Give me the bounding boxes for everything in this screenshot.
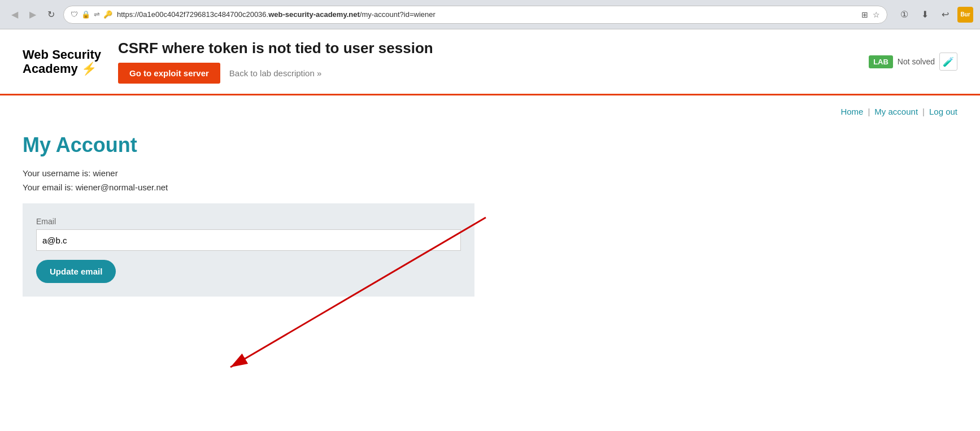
- qr-icon: ⊞: [861, 10, 868, 19]
- email-label: Email: [36, 217, 461, 226]
- address-security-icons: 🛡 🔒 ⇌ 🔑: [71, 10, 112, 19]
- key-icon: 🔑: [103, 10, 112, 19]
- number-icon[interactable]: ①: [896, 7, 912, 23]
- update-email-button[interactable]: Update email: [36, 260, 116, 283]
- email-display: Your email is: wiener@normal-user.net: [23, 182, 486, 192]
- my-account-link[interactable]: My account: [874, 107, 918, 116]
- log-out-link[interactable]: Log out: [929, 107, 957, 116]
- exploit-server-button[interactable]: Go to exploit server: [118, 63, 220, 84]
- main-content: My Account Your username is: wiener Your…: [23, 133, 486, 297]
- url-path: /my-account?id=wiener: [360, 10, 435, 19]
- star-icon: ☆: [873, 10, 880, 19]
- back-button[interactable]: ◀: [7, 7, 23, 23]
- back2-icon[interactable]: ↩: [937, 7, 953, 23]
- lab-not-solved: Not solved: [898, 57, 935, 66]
- url-prefix: https://0a1e00c4042f7296813c484700c20036…: [117, 10, 268, 19]
- lab-header: Web Security Academy ⚡ CSRF where token …: [0, 29, 980, 95]
- email-form-container: Email Update email: [23, 203, 474, 297]
- logo-text: Web Security Academy ⚡: [23, 47, 101, 76]
- lab-title: CSRF where token is not tied to user ses…: [118, 40, 852, 57]
- logo-area: Web Security Academy ⚡: [23, 47, 101, 76]
- flask-icon[interactable]: 🧪: [939, 53, 957, 71]
- address-right-icons: ⊞ ☆: [861, 10, 880, 19]
- url-display: https://0a1e00c4042f7296813c484700c20036…: [117, 10, 857, 19]
- browser-chrome: ◀ ▶ ↻ 🛡 🔒 ⇌ 🔑 https://0a1e00c4042f729681…: [0, 0, 980, 29]
- shield-icon: 🛡: [71, 10, 78, 19]
- lab-actions: Go to exploit server Back to lab descrip…: [118, 63, 852, 84]
- browser-extension-icons: ① ⬇ ↩ Bur: [896, 7, 973, 23]
- email-input[interactable]: [36, 229, 461, 251]
- page-content: Home | My account | Log out My Account Y…: [0, 95, 980, 308]
- extension-icon[interactable]: ⬇: [917, 7, 933, 23]
- lab-badge: LAB: [869, 55, 893, 68]
- address-bar[interactable]: 🛡 🔒 ⇌ 🔑 https://0a1e00c4042f7296813c4847…: [63, 6, 887, 24]
- forward-button[interactable]: ▶: [25, 7, 41, 23]
- lock-icon: 🔒: [81, 10, 90, 19]
- lab-status: LAB Not solved 🧪: [869, 53, 957, 71]
- home-link[interactable]: Home: [840, 107, 863, 116]
- burp-suite-icon[interactable]: Bur: [957, 7, 973, 23]
- separator2: |: [922, 107, 925, 116]
- username-display: Your username is: wiener: [23, 168, 486, 178]
- refresh-button[interactable]: ↻: [43, 7, 59, 23]
- top-nav: Home | My account | Log out: [23, 107, 957, 116]
- url-domain: web-security-academy.net: [268, 10, 360, 19]
- lab-info: CSRF where token is not tied to user ses…: [118, 40, 852, 84]
- nav-buttons: ◀ ▶ ↻: [7, 7, 59, 23]
- page-heading: My Account: [23, 133, 486, 157]
- settings-icon: ⇌: [94, 10, 100, 19]
- back-to-lab-link[interactable]: Back to lab description »: [229, 68, 321, 78]
- separator1: |: [868, 107, 870, 116]
